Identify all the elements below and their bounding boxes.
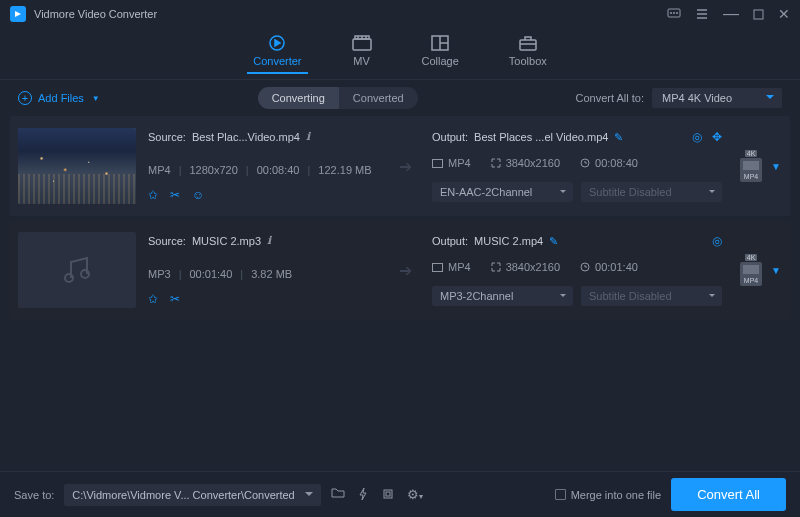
effect-icon[interactable]: ✩	[148, 188, 158, 202]
svg-point-1	[670, 12, 671, 13]
tab-converter[interactable]: Converter	[253, 35, 301, 73]
title-bar: Vidmore Video Converter — ✕	[0, 0, 800, 28]
source-label: Source:	[148, 235, 186, 247]
source-format: MP3	[148, 268, 171, 280]
chevron-down-icon: ▼	[92, 94, 100, 103]
close-button[interactable]: ✕	[778, 6, 790, 22]
save-path-dropdown[interactable]: C:\Vidmore\Vidmore V... Converter\Conver…	[64, 484, 320, 506]
source-resolution: 1280x720	[189, 164, 237, 176]
merge-checkbox[interactable]: Merge into one file	[555, 489, 662, 501]
app-title: Vidmore Video Converter	[34, 8, 667, 20]
output-duration: 00:01:40	[595, 261, 638, 273]
cut-icon[interactable]: ✂	[170, 188, 180, 202]
audio-dropdown[interactable]: EN-AAC-2Channel	[432, 182, 573, 202]
cut-icon[interactable]: ✂	[170, 292, 180, 306]
compress-icon[interactable]: ✥	[712, 130, 722, 144]
arrow-icon: ➔	[390, 128, 420, 204]
chevron-down-icon[interactable]: ▼	[771, 161, 781, 172]
target-icon[interactable]: ◎	[712, 234, 722, 248]
target-icon[interactable]: ◎	[692, 130, 702, 144]
tab-label: Converter	[253, 55, 301, 67]
source-duration: 00:08:40	[257, 164, 300, 176]
menu-icon[interactable]	[695, 8, 709, 20]
toolbar: + Add Files ▼ Converting Converted Conve…	[0, 80, 800, 116]
svg-rect-26	[386, 492, 390, 496]
convert-all-label: Convert All to:	[576, 92, 644, 104]
info-icon[interactable]: ℹ	[267, 234, 271, 247]
source-format: MP4	[148, 164, 171, 176]
add-files-button[interactable]: + Add Files ▼	[18, 91, 100, 105]
toolbox-icon	[518, 35, 538, 51]
tab-toolbox[interactable]: Toolbox	[509, 35, 547, 73]
file-row[interactable]: Source: MUSIC 2.mp3 ℹ MP3| 00:01:40| 3.8…	[10, 220, 790, 320]
output-duration: 00:08:40	[595, 157, 638, 169]
output-filename: MUSIC 2.mp4	[474, 235, 543, 247]
output-format: MP4	[448, 157, 471, 169]
maximize-button[interactable]	[753, 9, 764, 20]
output-format: MP4	[448, 261, 471, 273]
svg-rect-19	[433, 159, 443, 167]
enhance-icon[interactable]: ☺	[192, 188, 204, 202]
audio-dropdown[interactable]: MP3-2Channel	[432, 286, 573, 306]
app-logo	[10, 6, 26, 22]
edit-name-icon[interactable]: ✎	[549, 235, 558, 248]
output-label: Output:	[432, 235, 468, 247]
convert-all-button[interactable]: Convert All	[671, 478, 786, 511]
audio-thumbnail[interactable]	[18, 232, 136, 308]
svg-point-3	[676, 12, 677, 13]
plus-icon: +	[18, 91, 32, 105]
source-filename: Best Plac...Video.mp4	[192, 131, 300, 143]
chevron-down-icon[interactable]: ▼	[771, 265, 781, 276]
arrow-icon: ➔	[390, 232, 420, 308]
output-filename: Best Places ...el Video.mp4	[474, 131, 608, 143]
source-size: 3.82 MB	[251, 268, 292, 280]
settings-icon[interactable]: ⚙▾	[407, 487, 423, 502]
convert-all-dropdown[interactable]: MP4 4K Video	[652, 88, 782, 108]
tab-collage[interactable]: Collage	[422, 35, 459, 73]
tab-mv[interactable]: MV	[352, 35, 372, 73]
svg-rect-23	[433, 263, 443, 271]
edit-name-icon[interactable]: ✎	[614, 131, 623, 144]
svg-rect-9	[353, 39, 371, 50]
tab-label: Toolbox	[509, 55, 547, 67]
format-badge[interactable]: 4K MP4	[735, 150, 767, 182]
minimize-button[interactable]: —	[723, 10, 739, 18]
svg-point-2	[673, 12, 674, 13]
svg-rect-17	[520, 40, 536, 50]
effect-icon[interactable]: ✩	[148, 292, 158, 306]
file-row[interactable]: Source: Best Plac...Video.mp4 ℹ MP4| 128…	[10, 116, 790, 216]
open-folder-icon[interactable]	[331, 487, 345, 502]
format-badge[interactable]: 4K MP4	[735, 254, 767, 286]
video-thumbnail[interactable]	[18, 128, 136, 204]
cpu-icon[interactable]	[381, 487, 395, 502]
toggle-converted[interactable]: Converted	[339, 87, 418, 109]
output-label: Output:	[432, 131, 468, 143]
hw-accel-icon[interactable]	[357, 487, 369, 502]
feedback-icon[interactable]	[667, 8, 681, 20]
tab-label: Collage	[422, 55, 459, 67]
file-list: Source: Best Plac...Video.mp4 ℹ MP4| 128…	[0, 116, 800, 471]
output-resolution: 3840x2160	[506, 157, 560, 169]
info-icon[interactable]: ℹ	[306, 130, 310, 143]
mv-icon	[352, 35, 372, 51]
collage-icon	[430, 35, 450, 51]
checkbox-icon	[555, 489, 566, 500]
svg-rect-25	[384, 490, 392, 498]
main-tabs: Converter MV Collage Toolbox	[0, 28, 800, 80]
source-label: Source:	[148, 131, 186, 143]
converter-icon	[267, 35, 287, 51]
save-to-label: Save to:	[14, 489, 54, 501]
output-resolution: 3840x2160	[506, 261, 560, 273]
source-size: 122.19 MB	[318, 164, 371, 176]
source-filename: MUSIC 2.mp3	[192, 235, 261, 247]
svg-rect-7	[754, 10, 763, 19]
footer: Save to: C:\Vidmore\Vidmore V... Convert…	[0, 471, 800, 517]
subtitle-dropdown[interactable]: Subtitle Disabled	[581, 182, 722, 202]
toggle-converting[interactable]: Converting	[258, 87, 339, 109]
tab-label: MV	[353, 55, 370, 67]
source-duration: 00:01:40	[189, 268, 232, 280]
subtitle-dropdown[interactable]: Subtitle Disabled	[581, 286, 722, 306]
status-toggle: Converting Converted	[258, 87, 418, 109]
